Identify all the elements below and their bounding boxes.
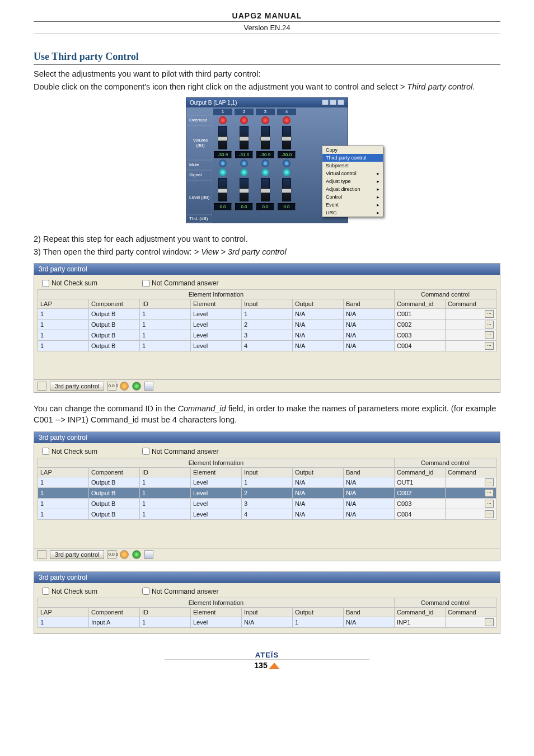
level-slider[interactable] bbox=[240, 178, 249, 201]
pencil-icon-2[interactable] bbox=[120, 550, 129, 559]
context-menu[interactable]: CopyThird party controlSubpresetVirtual … bbox=[322, 145, 383, 217]
column-header[interactable]: Band bbox=[344, 299, 395, 309]
column-header[interactable]: ID bbox=[140, 607, 191, 617]
panel-icon[interactable] bbox=[38, 382, 46, 391]
column-header[interactable]: Command bbox=[446, 299, 496, 309]
table-row[interactable]: 1Output B1Level1N/AN/AC001··· bbox=[38, 309, 496, 320]
not-check-sum-checkbox-3[interactable]: Not Check sum bbox=[42, 588, 97, 595]
cell-command[interactable]: ··· bbox=[446, 617, 496, 627]
more-button[interactable]: ··· bbox=[485, 321, 494, 328]
cell-command[interactable]: ··· bbox=[446, 509, 496, 519]
level-slider[interactable] bbox=[218, 178, 227, 201]
cell-command-id[interactable]: C004 bbox=[395, 509, 446, 519]
cell-command-id[interactable]: C002 bbox=[395, 487, 446, 498]
context-menu-item[interactable]: Control▸ bbox=[322, 193, 383, 201]
table-row[interactable]: 1Output B1Level2N/AN/AC002··· bbox=[38, 320, 496, 330]
cell-command[interactable]: ··· bbox=[446, 487, 496, 498]
column-header[interactable]: Output bbox=[293, 299, 344, 309]
more-button[interactable]: ··· bbox=[485, 510, 494, 518]
column-header[interactable]: Input bbox=[242, 467, 293, 477]
more-button[interactable]: ··· bbox=[485, 618, 494, 626]
not-command-answer-checkbox[interactable]: Not Command answer bbox=[142, 279, 218, 287]
volume-slider[interactable] bbox=[261, 126, 270, 149]
column-header[interactable]: Element bbox=[191, 299, 242, 309]
column-header[interactable]: ID bbox=[140, 299, 191, 309]
more-button[interactable]: ··· bbox=[485, 310, 494, 318]
grid-3[interactable]: Element InformationCommand controlLAPCom… bbox=[38, 598, 496, 628]
context-menu-item[interactable]: Virtual control▸ bbox=[322, 170, 383, 177]
column-header[interactable]: Band bbox=[344, 607, 395, 617]
grid-2[interactable]: Element InformationCommand controlLAPCom… bbox=[38, 458, 496, 520]
cell-command[interactable]: ··· bbox=[446, 477, 496, 487]
column-header[interactable]: Command_id bbox=[395, 299, 446, 309]
column-header[interactable]: Command_id bbox=[395, 607, 446, 617]
panel-icon-2[interactable] bbox=[38, 550, 46, 559]
table-row[interactable]: 1Output B1Level3N/AN/AC003··· bbox=[38, 330, 496, 341]
column-header[interactable]: Output bbox=[293, 607, 344, 617]
column-header[interactable]: Component bbox=[89, 607, 140, 617]
volume-slider[interactable] bbox=[240, 126, 249, 149]
panel-tab-2[interactable]: 3rd party control bbox=[50, 550, 104, 559]
cell-command-id[interactable]: C003 bbox=[395, 330, 446, 341]
cell-command-id[interactable]: OUT1 bbox=[395, 477, 446, 487]
close-icon[interactable] bbox=[338, 100, 344, 105]
grid-1[interactable]: Element InformationCommand controlLAPCom… bbox=[38, 289, 496, 351]
column-header[interactable]: Output bbox=[293, 467, 344, 477]
column-header[interactable]: Input bbox=[242, 607, 293, 617]
cell-command-id[interactable]: C003 bbox=[395, 498, 446, 509]
table-row[interactable]: 1Output B1Level4N/AN/AC004··· bbox=[38, 341, 496, 351]
bin-button[interactable]: 0.0.0 bbox=[107, 382, 116, 391]
bin-button-2[interactable]: 0.0.0 bbox=[107, 550, 116, 559]
volume-slider[interactable] bbox=[282, 126, 291, 149]
level-slider[interactable] bbox=[261, 178, 270, 201]
more-button[interactable]: ··· bbox=[485, 489, 494, 497]
globe-icon[interactable] bbox=[132, 382, 141, 391]
not-check-sum-checkbox-2[interactable]: Not Check sum bbox=[42, 448, 97, 456]
not-check-sum-checkbox[interactable]: Not Check sum bbox=[42, 279, 97, 287]
cell-command-id[interactable]: C001 bbox=[395, 309, 446, 320]
globe-icon-2[interactable] bbox=[132, 550, 141, 559]
column-header[interactable]: Component bbox=[89, 467, 140, 477]
mute-led[interactable] bbox=[219, 159, 227, 167]
column-header[interactable]: Component bbox=[89, 299, 140, 309]
cell-command[interactable]: ··· bbox=[446, 320, 496, 330]
column-header[interactable]: Command bbox=[446, 607, 496, 617]
table-row[interactable]: 1Output B1Level4N/AN/AC004··· bbox=[38, 509, 496, 519]
context-menu-item[interactable]: URC▸ bbox=[322, 209, 383, 217]
context-menu-item[interactable]: Copy bbox=[322, 146, 383, 154]
table-row[interactable]: 1Output B1Level1N/AN/AOUT1··· bbox=[38, 477, 496, 487]
table-row[interactable]: 1Output B1Level3N/AN/AC003··· bbox=[38, 498, 496, 509]
column-header[interactable]: Band bbox=[344, 467, 395, 477]
more-button[interactable]: ··· bbox=[485, 478, 494, 486]
level-slider[interactable] bbox=[282, 178, 291, 201]
column-header[interactable]: ID bbox=[140, 467, 191, 477]
column-header[interactable]: LAP bbox=[38, 607, 89, 617]
cell-command-id[interactable]: C002 bbox=[395, 320, 446, 330]
context-menu-item[interactable]: Event▸ bbox=[322, 201, 383, 209]
table-row[interactable]: 1Output B1Level2N/AN/AC002··· bbox=[38, 487, 496, 498]
panel-tab[interactable]: 3rd party control bbox=[50, 382, 104, 391]
column-header[interactable]: LAP bbox=[38, 467, 89, 477]
list-icon-2[interactable] bbox=[144, 550, 153, 559]
mute-led[interactable] bbox=[261, 159, 269, 167]
minimize-icon[interactable] bbox=[322, 100, 329, 105]
table-row[interactable]: 1Input A1LevelN/A1N/AINP1··· bbox=[38, 617, 496, 627]
not-command-answer-checkbox-2[interactable]: Not Command answer bbox=[142, 448, 218, 456]
column-header[interactable]: Input bbox=[242, 299, 293, 309]
pencil-icon[interactable] bbox=[120, 382, 129, 391]
column-header[interactable]: Command_id bbox=[395, 467, 446, 477]
cell-command-id[interactable]: C004 bbox=[395, 341, 446, 351]
more-button[interactable]: ··· bbox=[485, 342, 494, 350]
maximize-icon[interactable] bbox=[330, 100, 336, 105]
column-header[interactable]: Command bbox=[446, 467, 496, 477]
column-header[interactable]: Element bbox=[191, 607, 242, 617]
context-menu-item[interactable]: Subpreset bbox=[322, 162, 383, 170]
not-command-answer-checkbox-3[interactable]: Not Command answer bbox=[142, 588, 218, 595]
more-button[interactable]: ··· bbox=[485, 331, 494, 339]
mute-led[interactable] bbox=[283, 159, 291, 167]
column-header[interactable]: Element bbox=[191, 467, 242, 477]
mute-led[interactable] bbox=[240, 159, 248, 167]
more-button[interactable]: ··· bbox=[485, 500, 494, 508]
cell-command[interactable]: ··· bbox=[446, 330, 496, 341]
cell-command[interactable]: ··· bbox=[446, 341, 496, 351]
